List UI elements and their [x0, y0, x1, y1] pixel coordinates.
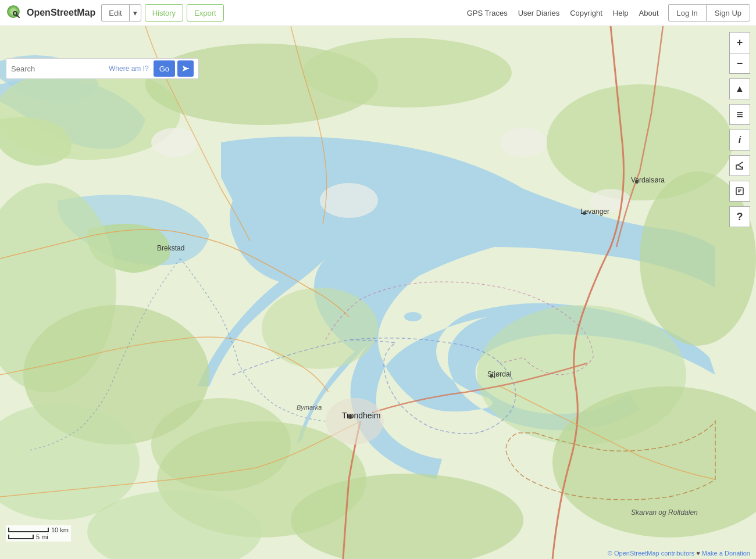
note-button[interactable]: [729, 181, 750, 202]
scale-ruler-mi: [8, 535, 34, 539]
nav-gps-traces[interactable]: GPS Traces: [467, 9, 508, 17]
logo-text: OpenStreetMap: [27, 8, 95, 18]
directions-button[interactable]: [177, 60, 194, 77]
login-button[interactable]: Log In: [668, 4, 706, 21]
scale-mi: 5 mi: [8, 533, 69, 540]
svg-point-29: [635, 180, 639, 184]
svg-rect-30: [736, 188, 743, 195]
svg-point-19: [151, 398, 291, 491]
history-button[interactable]: History: [145, 4, 183, 21]
compass-control: ▲: [729, 78, 750, 99]
map-controls: + − ▲ ≡ i: [729, 32, 750, 232]
help-control: ?: [729, 206, 750, 227]
nav-help[interactable]: Help: [613, 9, 629, 17]
edit-dropdown-button[interactable]: ▾: [129, 4, 141, 21]
logo-area: OpenStreetMap: [6, 4, 95, 21]
svg-rect-34: [184, 68, 189, 69]
note-control: [729, 181, 750, 202]
info-control: i: [729, 130, 750, 150]
signup-button[interactable]: Sign Up: [706, 4, 750, 21]
scale-km-label: 10 km: [51, 526, 69, 533]
zoom-out-button[interactable]: −: [729, 53, 750, 74]
attribution-separator: ♥: [696, 550, 702, 557]
nav-about[interactable]: About: [639, 9, 659, 17]
nav-user-diaries[interactable]: User Diaries: [518, 9, 560, 17]
help-button[interactable]: ?: [729, 206, 750, 227]
auth-buttons: Log In Sign Up: [668, 4, 750, 21]
attribution: © OpenStreetMap contributors ♥ Make a Do…: [608, 550, 750, 557]
layers-button[interactable]: ≡: [729, 104, 750, 125]
svg-point-21: [320, 183, 378, 218]
donate-link[interactable]: Make a Donation: [702, 550, 750, 557]
map-svg: [0, 26, 756, 559]
go-button[interactable]: Go: [154, 60, 175, 77]
where-am-i-link[interactable]: Where am I?: [109, 64, 149, 73]
osm-contributors-link[interactable]: © OpenStreetMap contributors: [608, 550, 694, 557]
nav-copyright[interactable]: Copyright: [570, 9, 602, 17]
compass-button[interactable]: ▲: [729, 78, 750, 99]
scale-km: 10 km: [8, 526, 69, 533]
edit-button[interactable]: Edit: [101, 4, 129, 21]
logo-icon: [6, 4, 23, 21]
layers-control: ≡: [729, 104, 750, 125]
scale-ruler-km: [8, 528, 49, 532]
edit-button-group: Edit ▾: [101, 4, 141, 21]
svg-point-7: [302, 38, 512, 107]
map-area[interactable]: Verdalsøra Levanger Brekstad Stjørdal By…: [0, 26, 756, 559]
nav-links: GPS Traces User Diaries Copyright Help A…: [467, 9, 659, 17]
export-button[interactable]: Export: [187, 4, 224, 21]
svg-point-26: [348, 414, 352, 419]
zoom-in-button[interactable]: +: [729, 32, 750, 53]
svg-point-22: [500, 128, 547, 157]
search-bar: Where am I? Go: [6, 58, 199, 79]
share-control: [729, 155, 750, 176]
svg-point-18: [262, 288, 378, 369]
svg-point-28: [583, 212, 586, 215]
svg-point-23: [590, 189, 631, 212]
zoom-controls: + −: [729, 32, 750, 74]
svg-point-24: [404, 312, 422, 321]
info-button[interactable]: i: [729, 130, 750, 150]
scale-mi-label: 5 mi: [36, 533, 48, 540]
svg-point-27: [490, 374, 493, 378]
search-input[interactable]: [11, 64, 104, 73]
share-button[interactable]: [729, 155, 750, 176]
header: OpenStreetMap Edit ▾ History Export GPS …: [0, 0, 756, 26]
svg-point-25: [326, 398, 384, 445]
scale-bar: 10 km 5 mi: [6, 525, 71, 542]
svg-point-20: [151, 128, 198, 157]
